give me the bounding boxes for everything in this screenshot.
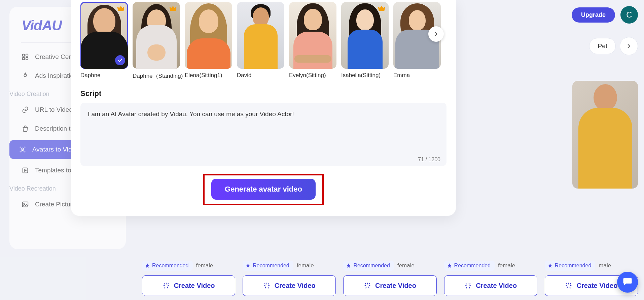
video-card: Recommended female Create Video xyxy=(444,261,537,296)
chip-next-button[interactable] xyxy=(620,37,638,55)
play-square-icon xyxy=(22,167,29,174)
link-icon xyxy=(22,106,29,113)
avatar-label: Emma xyxy=(393,72,441,79)
create-video-button[interactable]: Create Video xyxy=(343,275,436,296)
avatar-option-daphne-standing[interactable] xyxy=(133,2,180,69)
selected-check-icon xyxy=(115,55,125,65)
avatar-label: Daphne xyxy=(80,72,128,79)
grid-icon xyxy=(22,53,29,61)
user-avatar[interactable]: C xyxy=(620,6,638,24)
avatar-modal: Daphne Daphne（Standing) Elena(Sitting1) xyxy=(71,0,456,216)
svg-rect-1 xyxy=(26,54,28,56)
create-video-button[interactable]: Create Video xyxy=(243,275,336,296)
gender-label: female xyxy=(397,262,415,269)
background-video-preview xyxy=(572,81,638,189)
avatar-label: David xyxy=(237,72,284,79)
chip-pet[interactable]: Pet xyxy=(589,38,616,54)
gender-label: female xyxy=(297,262,314,269)
avatar-scan-icon xyxy=(19,146,26,153)
svg-rect-2 xyxy=(23,58,25,60)
svg-point-4 xyxy=(22,148,24,150)
upgrade-button[interactable]: Upgrade xyxy=(572,7,615,23)
avatar-option-daphne[interactable] xyxy=(80,2,128,69)
video-card: Recommended female Create Video xyxy=(142,261,235,296)
sidebar-item-label: URL to Video xyxy=(35,106,73,113)
svg-rect-0 xyxy=(23,54,25,56)
preview-head xyxy=(594,84,617,111)
flame-icon xyxy=(22,72,29,79)
recommended-badge: Recommended xyxy=(545,261,596,271)
avatar-option-isabella-sitting[interactable] xyxy=(341,2,389,69)
highlight-annotation: Generate avatar video xyxy=(203,174,324,205)
avatar-label: Evelyn(Sitting) xyxy=(289,72,336,79)
recommended-badge: Recommended xyxy=(243,261,293,271)
recommended-badge: Recommended xyxy=(444,261,495,271)
avatar-label: Daphne（Standing) xyxy=(133,72,180,80)
preview-body xyxy=(578,108,632,189)
premium-badge-icon xyxy=(377,4,387,14)
script-heading: Script xyxy=(80,89,446,98)
topbar: Upgrade C xyxy=(572,6,638,24)
avatar-option-david[interactable] xyxy=(237,2,284,69)
video-card: Recommended female Create Video xyxy=(343,261,436,296)
filter-chips: Pet xyxy=(589,37,638,55)
chat-fab[interactable] xyxy=(617,272,638,293)
gender-label: male xyxy=(599,262,611,269)
script-box: I am an AI Avatar created by Vidau. You … xyxy=(80,103,446,166)
avatar-option-elena-sitting1[interactable] xyxy=(185,2,232,69)
svg-rect-6 xyxy=(23,202,28,207)
chat-icon xyxy=(622,276,633,288)
gender-label: female xyxy=(196,262,213,269)
avatar-label: Elena(Sitting1) xyxy=(185,72,232,79)
premium-badge-icon xyxy=(116,4,126,14)
premium-badge-icon xyxy=(168,4,178,14)
avatar-option-evelyn-sitting[interactable] xyxy=(289,2,336,69)
script-textarea[interactable]: I am an AI Avatar created by Vidau. You … xyxy=(88,109,439,119)
svg-rect-3 xyxy=(26,58,28,60)
gender-label: female xyxy=(498,262,515,269)
video-cards-row: Recommended female Create Video Recommen… xyxy=(142,261,638,300)
recommended-badge: Recommended xyxy=(142,261,193,271)
create-video-button[interactable]: Create Video xyxy=(142,275,235,296)
create-video-button[interactable]: Create Video xyxy=(444,275,537,296)
char-count: 71 / 1200 xyxy=(418,157,440,163)
bag-icon xyxy=(22,125,29,132)
avatar-strip-next-button[interactable] xyxy=(428,26,444,42)
avatar-label: Isabella(Sitting) xyxy=(341,72,389,79)
generate-avatar-video-button[interactable]: Generate avatar video xyxy=(211,179,316,200)
avatar-strip: Daphne Daphne（Standing) Elena(Sitting1) xyxy=(80,1,446,83)
recommended-badge: Recommended xyxy=(343,261,394,271)
image-icon xyxy=(22,201,29,208)
video-card: Recommended female Create Video xyxy=(243,261,336,296)
